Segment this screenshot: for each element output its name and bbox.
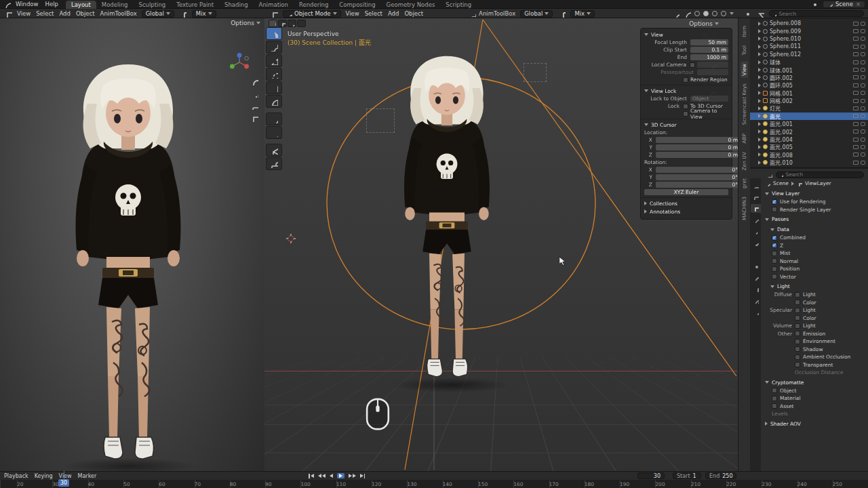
shading-dropdown-icon[interactable] — [730, 12, 734, 15]
left-viewport[interactable]: Options — [0, 18, 264, 471]
checkbox-row[interactable]: Mist — [765, 249, 864, 258]
viewport-menu-item[interactable]: View — [346, 10, 359, 17]
sidebar-tab[interactable]: ABP — [741, 131, 748, 146]
local-camera-row[interactable]: Local Camera — [644, 61, 728, 68]
timeline-menu-item[interactable]: Playback — [4, 473, 28, 479]
move-tool[interactable] — [266, 54, 282, 67]
local-camera-checkbox[interactable] — [690, 62, 695, 68]
outliner-search[interactable] — [769, 10, 864, 17]
outliner-row[interactable]: 球体 — [750, 58, 868, 66]
left-viewport-options-dropdown[interactable]: Options — [231, 20, 260, 26]
breadcrumb-scene[interactable]: Scene — [773, 180, 789, 186]
disable-in-render-icon[interactable] — [861, 75, 865, 79]
render-region-row[interactable]: Render Region — [644, 76, 728, 83]
object-properties-tab[interactable] — [751, 239, 761, 247]
disable-in-viewport-icon[interactable] — [853, 99, 859, 103]
viewport-menu-item[interactable]: View — [17, 10, 31, 17]
next-keyframe-button[interactable] — [349, 474, 356, 478]
outliner-search-input[interactable] — [778, 11, 861, 17]
transform-orientation-dropdown[interactable]: Global — [520, 10, 553, 18]
disable-in-render-icon[interactable] — [861, 138, 865, 142]
disable-in-render-icon[interactable] — [861, 22, 865, 26]
expand-icon[interactable] — [758, 52, 761, 56]
object-data-properties-tab[interactable] — [751, 296, 761, 305]
disable-in-render-icon[interactable] — [861, 129, 865, 134]
viewport-menu-item[interactable]: Add — [59, 10, 70, 17]
disable-in-viewport-icon[interactable] — [853, 75, 859, 79]
scene-unlink-icon[interactable]: × — [856, 1, 861, 7]
disable-in-viewport-icon[interactable] — [853, 138, 859, 142]
shader-aov-section-header[interactable]: Shader AOV — [765, 420, 864, 428]
sidebar-tab[interactable]: Zen UV — [741, 150, 748, 173]
checkbox-row[interactable]: Color — [765, 299, 864, 307]
cursor-tool[interactable] — [266, 41, 282, 54]
number-field-row[interactable]: End1000 m — [644, 54, 728, 61]
expand-icon[interactable] — [758, 138, 761, 142]
outliner-row[interactable]: Sphere.009 — [750, 27, 868, 35]
timeline-menu-item[interactable]: Keying — [35, 473, 53, 479]
checkbox-row[interactable]: Position — [765, 265, 864, 273]
disable-in-render-icon[interactable] — [861, 45, 865, 49]
expand-icon[interactable] — [758, 114, 761, 118]
checkbox-row[interactable]: Combined — [765, 234, 864, 242]
wireframe-shading-icon[interactable] — [694, 11, 700, 16]
expand-icon[interactable] — [758, 75, 761, 79]
disable-in-viewport-icon[interactable] — [853, 37, 859, 41]
disable-in-viewport-icon[interactable] — [853, 68, 859, 72]
disable-in-viewport-icon[interactable] — [853, 91, 859, 95]
annotate-tool[interactable] — [266, 113, 282, 125]
sidebar-tab[interactable]: Screencast Keys — [741, 81, 748, 127]
view-section-header[interactable]: View — [644, 30, 728, 39]
disable-in-viewport-icon[interactable] — [853, 145, 859, 149]
world-properties-tab[interactable] — [751, 227, 761, 236]
checkbox-row[interactable]: Asset — [765, 403, 864, 411]
outliner-row[interactable]: 面光.005 — [750, 143, 868, 150]
checkbox-row[interactable]: Z — [765, 242, 864, 250]
navigation-gizmo[interactable] — [228, 51, 251, 74]
checkbox-row[interactable]: Shadow — [765, 346, 864, 354]
jump-to-start-button[interactable] — [309, 474, 314, 479]
checkbox-row[interactable]: Object — [765, 387, 864, 395]
checkbox-row[interactable]: Vector — [765, 273, 864, 281]
number-field-row[interactable]: Clip Start0.1 m — [644, 46, 728, 54]
rendered-shading-icon[interactable] — [721, 11, 726, 16]
current-frame-field[interactable]: 30 — [637, 472, 665, 479]
disable-in-viewport-icon[interactable] — [853, 52, 859, 56]
disable-in-render-icon[interactable] — [861, 99, 865, 103]
material-shading-icon[interactable] — [712, 11, 717, 16]
main-3d-viewport[interactable]: Options User Perspective (30) Scene Coll… — [264, 18, 738, 471]
disable-in-render-icon[interactable] — [861, 145, 865, 149]
view-layer-properties-tab[interactable] — [751, 204, 761, 213]
checkbox-row[interactable]: DiffuseLight — [765, 291, 864, 299]
outliner-row[interactable]: 灯光 — [750, 104, 868, 112]
viewport-menu-item[interactable]: AnimToolBox — [100, 10, 137, 17]
disable-in-render-icon[interactable] — [861, 152, 865, 157]
editor-type-icon[interactable] — [270, 9, 278, 18]
checkbox-row[interactable]: Material — [765, 394, 864, 403]
frame-start-field[interactable]: Start1 — [673, 472, 701, 479]
sidebar-tab[interactable]: gret — [741, 176, 748, 190]
material-properties-tab[interactable] — [751, 308, 761, 317]
outliner-row[interactable]: 网格.002 — [750, 97, 868, 104]
scene-selector[interactable]: Scene × — [823, 1, 865, 8]
checkbox-row[interactable]: VolumeLight — [765, 322, 864, 330]
editor-type-icon[interactable] — [4, 9, 12, 18]
checkbox-row[interactable]: Environment — [765, 338, 864, 346]
frame-ruler[interactable]: 2030405060708090100110120130140150160170… — [0, 480, 868, 488]
sidebar-tab[interactable]: Item — [741, 24, 748, 39]
checkbox-row[interactable]: Ambient Occlusion — [765, 353, 864, 361]
transform-tool[interactable] — [266, 95, 282, 108]
view-lock-section-header[interactable]: View Lock — [644, 87, 728, 95]
axis-field-row[interactable]: Y0° — [644, 174, 728, 181]
cursor-section-header[interactable]: 3D Cursor — [644, 121, 728, 129]
workspace-tab[interactable]: Compositing — [334, 1, 380, 9]
properties-editor-icon[interactable] — [765, 171, 773, 179]
transform-orientation-dropdown[interactable]: Global — [142, 10, 174, 18]
viewport-menu-item[interactable]: Add — [388, 10, 399, 17]
disable-in-viewport-icon[interactable] — [853, 114, 859, 118]
outliner-row[interactable]: Sphere.011 — [750, 43, 868, 50]
workspace-tab[interactable]: Layout — [66, 1, 96, 9]
disable-in-viewport-icon[interactable] — [853, 29, 859, 33]
checkbox-row[interactable]: Render Single Layer — [765, 206, 864, 214]
constraints-properties-tab[interactable] — [751, 285, 761, 293]
